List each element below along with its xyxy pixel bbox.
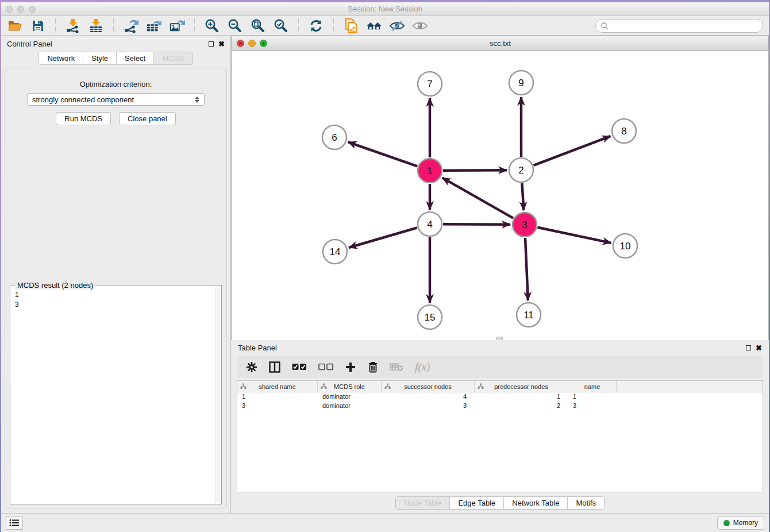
table-tab-node-table[interactable]: Node Table [396,497,450,509]
split-handle-icon[interactable] [232,278,233,291]
cell-shared_name[interactable]: 3 [237,402,318,411]
cell-shared_name[interactable]: 1 [237,392,318,402]
open-folder-icon[interactable] [7,18,23,33]
maximize-window-icon[interactable] [29,6,36,13]
cell-mcds_role[interactable]: dominator [318,402,382,411]
zoom-in-icon[interactable] [204,18,220,33]
table-tab-network-table[interactable]: Network Table [503,497,567,509]
graph-node-label-11: 11 [523,310,534,321]
cell-predecessor_nodes[interactable]: 1 [475,392,568,402]
search-icon [600,22,609,30]
graph-edge-1-6[interactable] [348,142,418,166]
tab-mcds[interactable]: MCDS [153,52,192,64]
cell-successor_nodes[interactable]: 4 [382,392,475,402]
graph-node-label-15: 15 [425,312,436,323]
export-network-icon[interactable] [123,18,139,33]
main-toolbar [1,16,769,36]
graph-edge-2-3[interactable] [522,183,523,210]
close-panel-icon[interactable]: ✖ [218,40,225,48]
network-window-titlebar[interactable]: ✕ – + scc.txt [232,36,769,51]
window-controls [6,6,36,13]
add-column-icon[interactable] [345,360,356,375]
cell-successor_nodes[interactable]: 3 [382,402,475,411]
float-panel-icon[interactable] [209,41,214,47]
tab-select[interactable]: Select [116,52,153,64]
home-views-icon[interactable] [366,18,382,33]
toolbar-separator [333,18,334,33]
zoom-selected-icon[interactable] [273,18,289,33]
graph-edge-3-10[interactable] [538,228,611,243]
network-minimize-icon[interactable]: – [248,40,256,47]
delete-table-icon[interactable] [390,360,403,375]
status-bar: Memory [1,513,769,532]
column-header-successor-nodes[interactable]: successor nodes [382,381,475,392]
network-window: ✕ – + scc.txt 7968124314101511 [231,36,769,340]
select-all-checkboxes-icon[interactable] [292,360,307,375]
run-mcds-button[interactable]: Run MCDS [56,112,111,125]
column-header-shared-name[interactable]: shared name [237,381,318,392]
float-table-panel-icon[interactable] [746,345,751,350]
network-maximize-icon[interactable]: + [260,40,267,47]
close-window-icon[interactable] [6,6,13,13]
cell-mcds_role[interactable]: dominator [318,392,382,402]
import-network-icon[interactable] [65,18,81,33]
export-table-icon[interactable] [146,18,162,33]
save-icon[interactable] [30,18,46,33]
column-header-filler [617,381,763,392]
mcds-result-item[interactable]: 3 [15,300,215,310]
main-area: Control Panel ✖ NetworkStyleSelectMCDS O… [1,36,769,513]
hide-panel-eye-icon[interactable] [389,18,405,33]
mcds-result-item[interactable]: 1 [15,290,215,300]
graph-edge-3-1[interactable] [442,178,513,218]
import-table-icon[interactable] [88,18,104,33]
export-image-icon[interactable] [169,18,185,33]
delete-column-icon[interactable] [368,360,378,375]
table-tab-edge-table[interactable]: Edge Table [449,497,503,509]
column-header-name[interactable]: name [568,381,617,392]
mcds-result-list[interactable]: 13 [15,290,215,503]
graph-node-label-8: 8 [621,126,626,137]
graph-edge-1-2[interactable] [443,170,507,171]
task-history-button[interactable] [6,516,23,530]
deselect-all-checkboxes-icon[interactable] [318,360,333,375]
close-table-panel-icon[interactable]: ✖ [756,344,762,352]
graph-edge-4-3[interactable] [443,224,510,225]
search-box[interactable] [595,19,763,33]
criterion-dropdown[interactable]: strongly connected component [27,93,205,106]
memory-status-icon [723,520,730,526]
result-scrollbar[interactable] [215,287,220,503]
graph-node-label-1: 1 [427,165,432,176]
cell-name[interactable]: 3 [568,402,617,411]
column-header-mcds-role[interactable]: MCDS role [318,381,382,392]
table-row[interactable]: 1dominator411 [237,392,763,402]
graph-edge-4-14[interactable] [349,228,417,248]
search-input[interactable] [609,22,758,30]
column-header-predecessor-nodes[interactable]: predecessor nodes [475,381,568,392]
cell-name[interactable]: 1 [568,392,617,402]
close-panel-button[interactable]: Close panel [119,112,176,125]
tab-style[interactable]: Style [83,52,116,64]
table-row[interactable]: 3dominator323 [237,402,763,411]
table-body: 1dominator4113dominator323 [237,392,763,411]
split-columns-icon[interactable] [269,360,280,375]
function-builder-icon[interactable]: f(x) [415,360,430,375]
network-close-icon[interactable]: ✕ [237,40,244,47]
refresh-icon[interactable] [308,18,324,33]
show-eye-icon[interactable] [412,18,428,33]
minimize-window-icon[interactable] [17,6,24,13]
list-icon [9,519,20,527]
table-tab-motifs[interactable]: Motifs [567,497,604,509]
toolbar-separator [298,18,299,33]
memory-button[interactable]: Memory [717,516,764,530]
cell-predecessor_nodes[interactable]: 2 [475,402,568,411]
graph-edge-2-8[interactable] [534,136,611,165]
tab-network[interactable]: Network [39,52,83,64]
clone-network-icon[interactable] [343,18,359,33]
network-canvas[interactable]: 7968124314101511 [232,51,769,340]
gear-icon[interactable] [246,360,257,375]
zoom-out-icon[interactable] [227,18,243,33]
right-column: ✕ – + scc.txt 7968124314101511 Table Pan… [231,36,769,513]
graph-edge-3-11[interactable] [525,238,528,300]
zoom-fit-icon[interactable] [250,18,266,33]
search-area [595,19,763,33]
